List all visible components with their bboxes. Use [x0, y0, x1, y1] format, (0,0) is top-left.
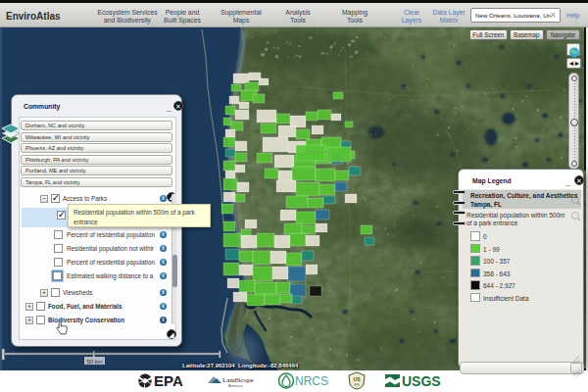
svg-text:EPA: EPA [154, 372, 183, 389]
svg-text:50 km: 50 km [87, 359, 103, 365]
svg-text:USGS: USGS [402, 373, 441, 389]
svg-text:NRCS: NRCS [295, 374, 328, 388]
svg-text:FS: FS [354, 382, 359, 387]
svg-text:America: America [228, 383, 243, 388]
